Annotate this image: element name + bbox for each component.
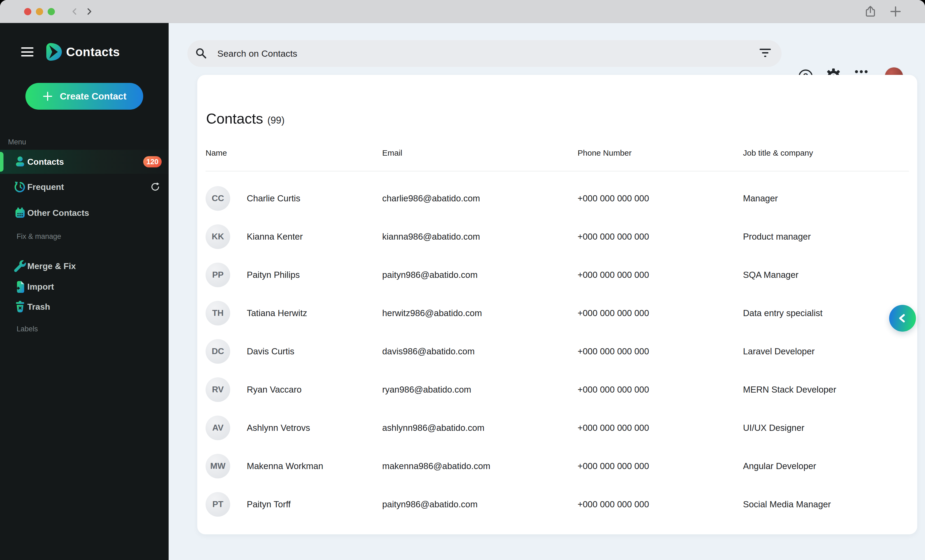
selected-accent-bar [0, 152, 3, 172]
contact-phone: +000 000 000 000 [578, 461, 743, 471]
avatar: DC [206, 339, 230, 364]
zoom-button[interactable] [48, 8, 55, 15]
contact-job: UI/UX Designer [743, 423, 909, 433]
table-row[interactable]: DC Davis Curtis davis986@abatido.com +00… [206, 332, 909, 370]
table-row[interactable]: RV Ryan Vaccaro ryan986@abatido.com +000… [206, 370, 909, 408]
main-area: ? [169, 23, 925, 560]
table-row[interactable]: MW Makenna Workman makenna986@abatido.co… [206, 447, 909, 485]
avatar-initials: RV [212, 384, 224, 395]
avatar: RV [206, 377, 230, 402]
sidebar-item-label: Contacts [27, 157, 64, 167]
avatar: MW [206, 454, 230, 479]
sidebar-item-trash[interactable]: Trash [0, 295, 169, 319]
collapse-panel-button[interactable] [889, 305, 916, 332]
share-icon[interactable] [864, 5, 877, 18]
table-row[interactable]: CC Charlie Curtis charlie986@abatido.com… [206, 179, 909, 218]
contact-name: Ashlynn Vetrovs [247, 423, 310, 433]
wrench-icon [14, 260, 26, 272]
create-contact-label: Create Contact [60, 91, 127, 102]
contact-email: ryan986@abatido.com [382, 384, 578, 395]
refresh-icon[interactable] [150, 182, 160, 192]
sidebar: Contacts Create Contact Menu Contacts [0, 23, 169, 560]
import-file-icon [14, 281, 26, 293]
contact-phone: +000 000 000 000 [578, 308, 743, 318]
minimize-button[interactable] [36, 8, 43, 15]
history-icon [14, 181, 26, 193]
table-rows: CC Charlie Curtis charlie986@abatido.com… [206, 179, 909, 523]
contact-email: paityn986@abatido.com [382, 270, 578, 280]
contact-job: Data entry specialist [743, 308, 909, 318]
contact-email: makenna986@abatido.com [382, 461, 578, 471]
titlebar [0, 0, 925, 23]
contact-name: Kianna Kenter [247, 231, 303, 242]
contact-job: Laravel Developer [743, 346, 909, 356]
section-label-labels: Labels [17, 325, 38, 333]
contacts-card: Contacts (99) Name Email Phone Number Jo… [197, 75, 917, 534]
sidebar-item-label: Trash [27, 302, 50, 312]
table-row[interactable]: PT Paityn Torff paityn986@abatido.com +0… [206, 485, 909, 523]
contact-job: MERN Stack Developer [743, 384, 909, 395]
column-header-job: Job title & company [743, 149, 909, 158]
menu-hamburger-icon[interactable] [21, 47, 33, 56]
filter-icon[interactable] [759, 48, 771, 59]
contact-job: Manager [743, 193, 909, 204]
table-row[interactable]: AV Ashlynn Vetrovs ashlynn986@abatido.co… [206, 408, 909, 447]
contact-job: Social Media Manager [743, 499, 909, 509]
avatar-initials: TH [212, 308, 224, 318]
sidebar-item-label: Other Contacts [27, 208, 89, 218]
app-window: Contacts Create Contact Menu Contacts [0, 0, 925, 560]
contact-job: Product manager [743, 231, 909, 242]
contact-email: charlie986@abatido.com [382, 193, 578, 204]
avatar-initials: DC [212, 346, 224, 356]
forward-icon[interactable] [84, 7, 93, 16]
close-button[interactable] [24, 8, 31, 15]
back-icon[interactable] [71, 7, 79, 16]
new-tab-icon[interactable] [889, 5, 902, 18]
section-label-menu: Menu [8, 138, 26, 146]
brand-title: Contacts [66, 45, 120, 59]
contacts-count: (99) [267, 115, 285, 126]
count-badge: 120 [143, 156, 162, 167]
page-title: Contacts [206, 110, 263, 127]
table-header: Name Email Phone Number Job title & comp… [206, 147, 909, 159]
sidebar-item-label: Frequent [27, 182, 64, 192]
contact-name: Paityn Torff [247, 499, 291, 509]
table-row[interactable]: KK Kianna Kenter kianna986@abatido.com +… [206, 218, 909, 256]
avatar-initials: PT [212, 499, 223, 509]
table-row[interactable]: TH Tatiana Herwitz herwitz986@abatido.co… [206, 294, 909, 332]
create-contact-button[interactable]: Create Contact [26, 83, 143, 110]
search-input[interactable] [217, 40, 726, 67]
contact-job: Angular Developer [743, 461, 909, 471]
sidebar-item-frequent[interactable]: Frequent [0, 175, 169, 199]
contact-job: SQA Manager [743, 270, 909, 280]
page-title-row: Contacts (99) [206, 110, 285, 127]
avatar-initials: PP [212, 270, 224, 280]
contact-phone: +000 000 000 000 [578, 423, 743, 433]
contact-name: Ryan Vaccaro [247, 384, 302, 395]
table-row[interactable]: PP Paityn Philips paityn986@abatido.com … [206, 256, 909, 294]
avatar: TH [206, 301, 230, 326]
contact-phone: +000 000 000 000 [578, 270, 743, 280]
contact-name: Tatiana Herwitz [247, 308, 307, 318]
contact-name: Makenna Workman [247, 461, 323, 471]
calendar-icon [14, 207, 26, 219]
contact-phone: +000 000 000 000 [578, 499, 743, 509]
contact-name: Davis Curtis [247, 346, 294, 356]
brand-logo [45, 43, 62, 61]
sidebar-item-label: Merge & Fix [27, 261, 76, 271]
contact-phone: +000 000 000 000 [578, 193, 743, 204]
avatar: PT [206, 492, 230, 516]
contact-name: Paityn Philips [247, 270, 300, 280]
contact-email: herwitz986@abatido.com [382, 308, 578, 318]
plus-icon [42, 91, 53, 102]
avatar: AV [206, 416, 230, 440]
sidebar-item-contacts[interactable]: Contacts 120 [0, 150, 169, 174]
contact-name: Charlie Curtis [247, 193, 300, 204]
sidebar-item-other-contacts[interactable]: Other Contacts [0, 201, 169, 225]
chevron-left-icon [896, 312, 909, 325]
contact-email: ashlynn986@abatido.com [382, 423, 578, 433]
contact-email: kianna986@abatido.com [382, 231, 578, 242]
avatar-initials: AV [212, 423, 223, 433]
avatar-initials: MW [210, 461, 226, 471]
contact-phone: +000 000 000 000 [578, 346, 743, 356]
